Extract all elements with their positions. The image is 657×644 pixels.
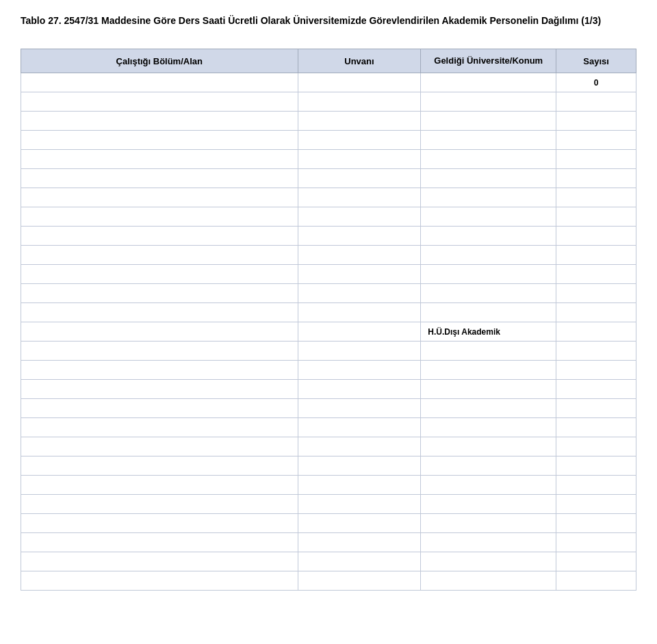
table-row <box>21 303 636 322</box>
table-row <box>21 92 636 112</box>
cell-12-1 <box>298 303 421 322</box>
table-row: H.Ü.Dışı Akademik <box>21 322 636 342</box>
cell-15-3 <box>556 361 636 380</box>
cell-15-0 <box>21 361 298 380</box>
cell-22-0 <box>21 495 298 514</box>
cell-14-2 <box>421 342 556 361</box>
cell-21-1 <box>298 476 421 495</box>
page-title: Tablo 27. 2547/31 Maddesine Göre Ders Sa… <box>21 14 636 28</box>
cell-16-1 <box>298 380 421 399</box>
cell-16-2 <box>421 380 556 399</box>
cell-22-3 <box>556 495 636 514</box>
cell-26-2 <box>421 571 556 591</box>
cell-2-2 <box>421 112 556 131</box>
cell-10-2 <box>421 265 556 284</box>
cell-9-3 <box>556 246 636 265</box>
cell-19-3 <box>556 437 636 456</box>
table-row <box>21 188 636 207</box>
cell-8-3 <box>556 227 636 246</box>
table-row <box>21 284 636 303</box>
cell-0-2 <box>421 73 556 92</box>
cell-20-1 <box>298 456 421 476</box>
cell-18-3 <box>556 418 636 437</box>
cell-4-3 <box>556 150 636 169</box>
cell-24-3 <box>556 533 636 552</box>
cell-18-0 <box>21 418 298 437</box>
cell-18-1 <box>298 418 421 437</box>
cell-11-0 <box>21 284 298 303</box>
cell-9-2 <box>421 246 556 265</box>
cell-7-2 <box>421 207 556 227</box>
cell-13-3 <box>556 322 636 342</box>
table-row <box>21 150 636 169</box>
cell-5-3 <box>556 169 636 188</box>
main-table: Çalıştığı Bölüm/Alan Unvanı Geldiği Üniv… <box>21 49 636 591</box>
table-row <box>21 571 636 591</box>
cell-11-3 <box>556 284 636 303</box>
cell-8-1 <box>298 227 421 246</box>
cell-1-2 <box>421 92 556 112</box>
cell-19-1 <box>298 437 421 456</box>
table-row <box>21 399 636 418</box>
cell-5-1 <box>298 169 421 188</box>
cell-23-2 <box>421 514 556 533</box>
table-header-row: Çalıştığı Bölüm/Alan Unvanı Geldiği Üniv… <box>21 49 636 73</box>
table-row <box>21 476 636 495</box>
cell-22-1 <box>298 495 421 514</box>
header-bolum: Çalıştığı Bölüm/Alan <box>21 49 298 73</box>
cell-17-2 <box>421 399 556 418</box>
cell-12-3 <box>556 303 636 322</box>
cell-6-0 <box>21 188 298 207</box>
cell-2-1 <box>298 112 421 131</box>
cell-17-0 <box>21 399 298 418</box>
cell-12-0 <box>21 303 298 322</box>
cell-18-2 <box>421 418 556 437</box>
cell-19-0 <box>21 437 298 456</box>
table-row <box>21 112 636 131</box>
cell-7-1 <box>298 207 421 227</box>
cell-15-2 <box>421 361 556 380</box>
cell-4-2 <box>421 150 556 169</box>
cell-8-2 <box>421 227 556 246</box>
table-row <box>21 552 636 571</box>
cell-5-0 <box>21 169 298 188</box>
header-universite: Geldiği Üniversite/Konum <box>421 49 556 73</box>
cell-9-1 <box>298 246 421 265</box>
table-row <box>21 169 636 188</box>
table-row <box>21 227 636 246</box>
cell-3-1 <box>298 131 421 150</box>
table-wrapper: Çalıştığı Bölüm/Alan Unvanı Geldiği Üniv… <box>21 49 636 591</box>
cell-7-3 <box>556 207 636 227</box>
cell-26-3 <box>556 571 636 591</box>
table-row <box>21 342 636 361</box>
cell-3-2 <box>421 131 556 150</box>
cell-9-0 <box>21 246 298 265</box>
cell-2-0 <box>21 112 298 131</box>
cell-23-0 <box>21 514 298 533</box>
cell-21-2 <box>421 476 556 495</box>
cell-6-3 <box>556 188 636 207</box>
cell-25-3 <box>556 552 636 571</box>
cell-16-3 <box>556 380 636 399</box>
cell-17-1 <box>298 399 421 418</box>
cell-21-0 <box>21 476 298 495</box>
cell-0-1 <box>298 73 421 92</box>
table-row <box>21 380 636 399</box>
cell-1-0 <box>21 92 298 112</box>
table-row <box>21 131 636 150</box>
cell-17-3 <box>556 399 636 418</box>
cell-13-0 <box>21 322 298 342</box>
table-row <box>21 495 636 514</box>
cell-24-2 <box>421 533 556 552</box>
cell-24-1 <box>298 533 421 552</box>
cell-14-3 <box>556 342 636 361</box>
cell-1-3 <box>556 92 636 112</box>
cell-0-0 <box>21 73 298 92</box>
cell-25-1 <box>298 552 421 571</box>
cell-4-1 <box>298 150 421 169</box>
cell-21-3 <box>556 476 636 495</box>
table-row <box>21 437 636 456</box>
cell-1-1 <box>298 92 421 112</box>
cell-0-3: 0 <box>556 73 636 92</box>
table-row <box>21 418 636 437</box>
